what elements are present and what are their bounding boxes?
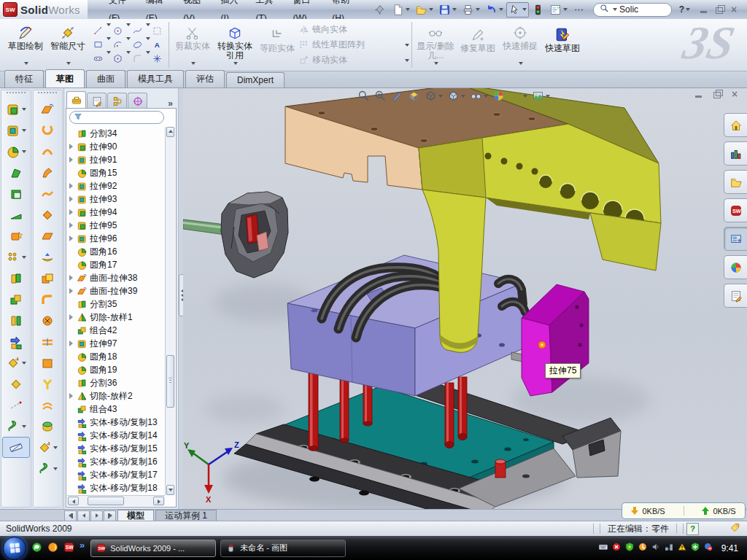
taskpane-tab-design-library[interactable] <box>724 141 747 166</box>
next-tab-button[interactable] <box>90 510 103 521</box>
performance-button[interactable] <box>530 2 546 18</box>
status-help-button[interactable]: ? <box>686 523 699 535</box>
tool-cmb-button[interactable] <box>2 289 30 310</box>
undo-button[interactable] <box>483 2 506 18</box>
hide-show-items-button[interactable] <box>469 89 489 103</box>
tool-shl-button[interactable] <box>2 183 30 204</box>
tool-sp2-button[interactable] <box>2 310 30 331</box>
tool-gbl-button[interactable] <box>34 416 61 437</box>
edit-appearance-button[interactable] <box>492 89 506 103</box>
tree-item[interactable]: 拉伸94 <box>67 206 165 219</box>
expand-arrow[interactable] <box>69 196 74 202</box>
tool-owy-button[interactable] <box>34 373 61 394</box>
cm-button-草图绘制[interactable]: 草图绘制 <box>4 19 47 71</box>
expand-arrow[interactable] <box>69 393 74 399</box>
previous-view-button[interactable] <box>390 89 404 103</box>
close-button[interactable]: × <box>731 5 741 14</box>
tool-dia-button[interactable] <box>34 437 61 458</box>
taskpane-tab-appearances-scenes[interactable] <box>724 255 747 279</box>
tree-item[interactable]: 切除-放样2 <box>67 389 165 402</box>
scroll-down-button[interactable] <box>166 485 174 495</box>
tool-sfe-button[interactable] <box>34 98 61 120</box>
sketch-tool-pg[interactable] <box>112 52 124 65</box>
quicklaunch-solidworks[interactable]: SW <box>63 541 75 556</box>
tool-dia-button[interactable] <box>2 352 30 373</box>
tray-net2[interactable] <box>664 542 674 554</box>
sketch-tool-pt[interactable] <box>151 52 163 65</box>
caret-icon[interactable] <box>144 54 150 64</box>
taskpane-tab-file-explorer[interactable] <box>724 170 747 194</box>
doc-close-button[interactable]: × <box>732 90 742 98</box>
tab-模具工具[interactable]: 模具工具 <box>127 70 184 88</box>
cm-button-转换实体引用[interactable]: 转换实体引用 <box>214 19 256 71</box>
doc-minimize-button[interactable] <box>694 90 704 98</box>
expand-arrow[interactable] <box>69 236 74 241</box>
expand-arrow[interactable] <box>69 288 74 294</box>
tray-sec2[interactable] <box>624 542 635 554</box>
cm-button-智能尺寸[interactable]: 智能尺寸 <box>47 19 89 71</box>
tool-opl-button[interactable] <box>34 225 61 246</box>
model-tab-模型[interactable]: 模型 <box>117 510 154 521</box>
tool-oth-button[interactable] <box>34 268 61 289</box>
sketch-tool-ln[interactable] <box>92 25 104 37</box>
zoom-to-fit-button[interactable] <box>357 89 371 103</box>
caret-icon[interactable] <box>105 54 111 64</box>
view-settings-button[interactable] <box>531 89 551 103</box>
tree-item[interactable]: 拉伸91 <box>67 153 165 166</box>
model-tab-运动算例 1[interactable]: 运动算例 1 <box>155 510 217 521</box>
tree-item[interactable]: 圆角19 <box>67 363 165 376</box>
scroll-up-button[interactable] <box>166 127 174 137</box>
tray-sec3[interactable] <box>690 542 700 554</box>
print-button[interactable] <box>460 2 482 18</box>
section-view-button[interactable] <box>407 89 421 103</box>
toolbar-overflow-button[interactable] <box>570 2 587 18</box>
tool-ofs2-button[interactable] <box>34 394 61 416</box>
prev-tab-button[interactable] <box>77 510 90 521</box>
tool-dln-button[interactable] <box>2 394 30 416</box>
sketch-tool-pkb[interactable] <box>151 25 163 37</box>
tree-item[interactable]: 圆角17 <box>67 258 165 271</box>
taskbar-task-button[interactable]: SWSolidWorks 2009 - ... <box>90 540 216 557</box>
tree-item[interactable]: 分割35 <box>67 298 165 311</box>
tool-orc-button[interactable] <box>34 141 61 162</box>
graphics-area[interactable]: Y Z X × SW 拉伸75 <box>183 88 747 509</box>
expand-arrow[interactable] <box>69 222 74 228</box>
tree-item[interactable]: 曲面-拉伸39 <box>67 284 165 298</box>
caret-icon[interactable] <box>125 40 131 50</box>
view-orientation-button[interactable] <box>424 89 444 103</box>
search-box[interactable]: Solic <box>593 3 672 17</box>
tree-item[interactable]: 曲面-拉伸38 <box>67 271 165 284</box>
quicklaunch-messenger[interactable] <box>31 541 43 556</box>
tree-item[interactable]: 拉伸96 <box>67 232 165 245</box>
tool-obx-button[interactable] <box>34 352 61 373</box>
panel-tab-propmgr[interactable] <box>87 93 107 109</box>
caret-icon[interactable] <box>105 40 111 50</box>
tree-vertical-scrollbar[interactable] <box>165 127 175 495</box>
tool-sqg-button[interactable] <box>2 416 30 437</box>
scroll-left-button[interactable] <box>68 497 79 505</box>
tree-item[interactable]: 组合43 <box>67 402 165 416</box>
expand-arrow[interactable] <box>69 183 74 189</box>
last-tab-button[interactable] <box>104 510 116 521</box>
tree-filter-input[interactable] <box>69 111 164 124</box>
pin-toolbar-button[interactable] <box>372 2 389 18</box>
hscroll-thumb[interactable] <box>88 497 124 505</box>
taskpane-tab-view-palette[interactable] <box>724 227 747 251</box>
tool-mea-button[interactable] <box>2 437 30 458</box>
tool-orv-button[interactable] <box>34 120 61 141</box>
tree-item[interactable]: 实体-移动/复制14 <box>67 429 165 442</box>
sketch-tool-el[interactable] <box>131 39 144 51</box>
model-3d-view[interactable]: Y Z X <box>183 88 716 509</box>
tool-ext-button[interactable] <box>2 98 30 120</box>
tool-olo-button[interactable] <box>34 162 61 183</box>
expand-arrow[interactable] <box>69 341 74 346</box>
tool-mvc-button[interactable] <box>2 331 30 352</box>
tool-spl-button[interactable] <box>2 268 30 289</box>
display-style-button[interactable] <box>446 89 466 103</box>
expand-arrow[interactable] <box>69 314 74 320</box>
sketch-tool-ta[interactable]: A <box>151 39 163 51</box>
tool-odx-button[interactable] <box>34 310 61 331</box>
taskpane-tab-solidworks-resources[interactable] <box>724 113 747 137</box>
tool-obd-button[interactable] <box>34 183 61 204</box>
restore-button[interactable] <box>715 5 725 14</box>
